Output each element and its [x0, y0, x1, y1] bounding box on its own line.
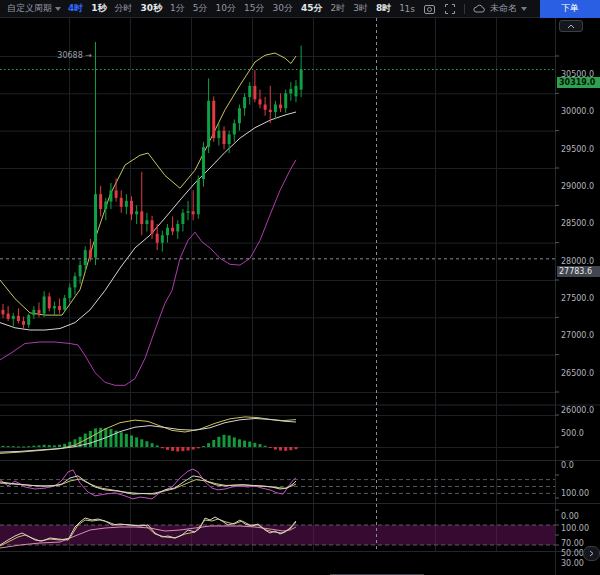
macd-bar [53, 445, 56, 447]
layout-menu[interactable]: 未命名 [472, 2, 527, 16]
candle-body [135, 211, 138, 214]
macd-bar [243, 441, 246, 447]
macd-bar [248, 442, 251, 447]
candle-body [32, 310, 35, 315]
candle-body [166, 228, 169, 235]
timeframe-button-5分[interactable]: 5分 [193, 2, 208, 15]
macd-bar [43, 445, 46, 447]
candlestick-chart-canvas[interactable] [0, 18, 600, 575]
timeframe-button-45分[interactable]: 45分 [301, 2, 323, 15]
macd-bar [212, 440, 215, 447]
indicator-line [0, 53, 296, 315]
macd-bar [12, 446, 15, 447]
macd-bar [125, 434, 128, 447]
macd-bar [176, 447, 179, 451]
candle-body [68, 287, 71, 297]
macd-bar [89, 431, 92, 447]
timeframe-list: 4时1秒分时30秒1分5分10分15分30分45分2时3时8时12时1日2日3日 [68, 2, 405, 15]
macd-bar [130, 435, 133, 447]
macd-bar [192, 447, 195, 450]
macd-bar [145, 441, 148, 447]
candle-body [58, 306, 61, 310]
candle-body [243, 97, 246, 108]
macd-bar [294, 447, 297, 449]
toolbar-divider [464, 4, 465, 14]
macd-bar [259, 444, 262, 447]
macd-bar [27, 446, 30, 447]
timeframe-button-30分[interactable]: 30分 [272, 2, 292, 15]
timeframe-button-分时[interactable]: 分时 [115, 2, 133, 15]
scroll-right-button[interactable] [583, 546, 600, 561]
candle-body [27, 315, 30, 325]
candle-body [53, 306, 56, 308]
candle-body [7, 314, 10, 319]
chevron-down-icon [55, 7, 61, 11]
trading-app: 自定义周期 4时1秒分时30秒1分5分10分15分30分45分2时3时8时12时… [0, 0, 600, 575]
macd-bar [22, 446, 25, 447]
candle-body [176, 224, 179, 231]
candle-body [109, 190, 112, 201]
candle-body [269, 110, 272, 112]
macd-bar [2, 446, 5, 447]
indicator-line [0, 476, 296, 494]
candle-body [274, 105, 277, 112]
macd-bar [94, 428, 97, 447]
candle-body [289, 89, 292, 93]
candle-body [197, 179, 200, 214]
candle-body [187, 211, 190, 212]
candle-body [202, 147, 205, 179]
chart-area[interactable]: 30688 → 30500.030000.029500.029000.02850… [0, 18, 600, 575]
macd-bar [161, 447, 164, 448]
candle-body [94, 194, 97, 257]
camera-icon[interactable] [422, 2, 436, 16]
place-order-button[interactable]: 下单 [540, 0, 600, 18]
candle-body [259, 99, 262, 104]
macd-bar [233, 437, 236, 447]
macd-bar [32, 446, 35, 447]
candle-body [2, 310, 5, 314]
toolbar-right-group: 1s 未命名 下单 [405, 0, 600, 18]
macd-bar [253, 443, 256, 447]
macd-bar [140, 439, 143, 447]
candle-body [140, 211, 143, 224]
candle-body [253, 86, 256, 99]
candle-body [181, 213, 184, 224]
timeframe-button-8时[interactable]: 8时 [376, 2, 391, 15]
custom-period-label: 自定义周期 [7, 2, 52, 15]
timeframe-button-1分[interactable]: 1分 [170, 2, 185, 15]
timeframe-button-1秒[interactable]: 1秒 [91, 2, 106, 15]
candle-body [73, 276, 76, 287]
candle-body [207, 101, 210, 147]
candle-body [37, 310, 40, 314]
candles-layer [2, 42, 303, 329]
macd-bar [156, 445, 159, 447]
fullscreen-icon[interactable] [443, 2, 457, 16]
custom-period-menu[interactable]: 自定义周期 [7, 2, 61, 15]
candle-body [84, 250, 87, 265]
axis-collapse-button[interactable] [559, 20, 583, 32]
macd-bar [48, 445, 51, 447]
timeframe-button-30秒[interactable]: 30秒 [141, 2, 163, 15]
macd-bar [289, 447, 292, 450]
chart-toolbar: 自定义周期 4时1秒分时30秒1分5分10分15分30分45分2时3时8时12时… [0, 0, 600, 18]
macd-bar [120, 432, 123, 447]
candle-body [294, 86, 297, 96]
timeframe-button-2时[interactable]: 2时 [330, 2, 345, 15]
layout-name: 未命名 [490, 2, 517, 15]
timeframe-button-3时[interactable]: 3时 [353, 2, 368, 15]
macd-bar [135, 437, 138, 447]
macd-bar [284, 447, 287, 451]
timeframe-button-4时[interactable]: 4时 [68, 2, 83, 15]
timeframe-button-15分[interactable]: 15分 [244, 2, 264, 15]
candle-body [125, 201, 128, 207]
macd-bar [109, 429, 112, 447]
macd-bar [197, 447, 200, 448]
candle-body [17, 316, 20, 321]
timeframe-button-10分[interactable]: 10分 [216, 2, 236, 15]
candle-body [192, 211, 195, 214]
candle-body [89, 250, 92, 257]
candle-body [284, 93, 287, 108]
candle-body [63, 298, 66, 310]
candle-body [48, 296, 51, 308]
candle-body [238, 108, 241, 123]
